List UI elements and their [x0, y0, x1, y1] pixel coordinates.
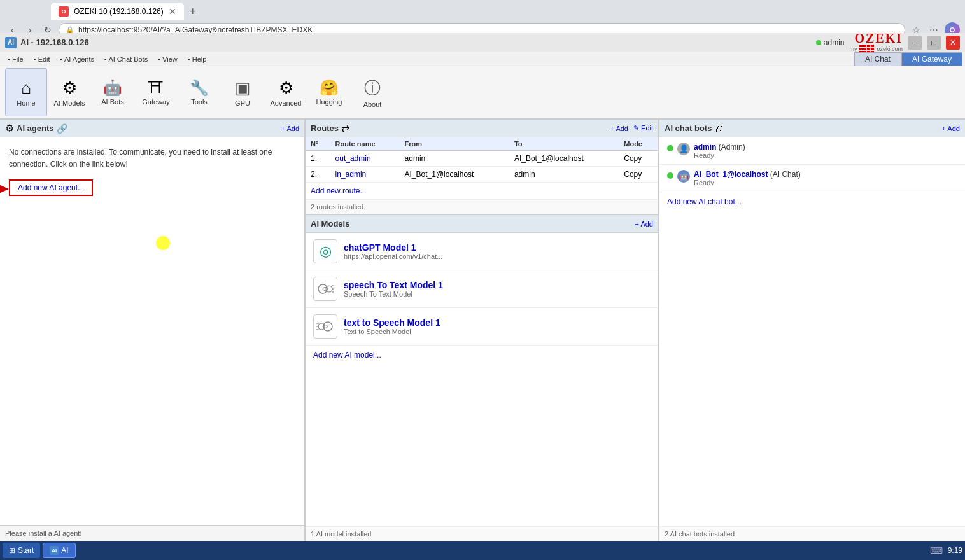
taskbar-ai-item[interactable]: AI AI [43, 543, 75, 558]
taskbar-right: ⌨ 9:19 [930, 545, 962, 556]
bot-item-ai-bot: 🤖 AI_Bot_1@localhost (AI Chat) Ready [659, 165, 965, 192]
add-label: Add [286, 125, 299, 132]
admin-bot-info: admin (Admin) Ready [694, 143, 745, 159]
col-to: To [509, 137, 619, 151]
toolbar-home-label: Home [17, 99, 35, 107]
ai-models-section: AI Models + Add ◎ chatGPT Model 1 https:… [306, 215, 658, 541]
route-1-name[interactable]: out_admin [330, 151, 400, 167]
route-1-from: admin [400, 151, 509, 167]
tools-icon: 🔧 [190, 79, 209, 97]
toolbar-about-label: About [363, 101, 382, 108]
model-item-tts[interactable]: text to Speech Model 1 Text to Speech Mo… [306, 308, 658, 346]
taskbar-time: 9:19 [948, 546, 962, 555]
toolbar-btn-home[interactable]: ⌂ Home [5, 68, 47, 116]
app-window: AI AI - 192.168.0.126 admin OZEKI my oze… [0, 33, 965, 541]
ai-models-footer-text: 1 AI model installed [311, 530, 371, 538]
ozeki-text: OZEKI [854, 32, 903, 45]
close-btn[interactable]: ✕ [946, 36, 960, 50]
col-mode: Mode [619, 137, 658, 151]
ai-models-list: ◎ chatGPT Model 1 https://api.openai.com… [306, 233, 658, 526]
toolbar-hugging-label: Hugging [316, 98, 342, 106]
about-icon: ⓘ [364, 77, 381, 99]
model-item-chatgpt[interactable]: ◎ chatGPT Model 1 https://api.openai.com… [306, 233, 658, 270]
ai-models-header: AI Models + Add [306, 215, 658, 233]
maximize-btn[interactable]: □ [927, 36, 941, 50]
toolbar-btn-tools[interactable]: 🔧 Tools [178, 68, 220, 116]
model-chatgpt-name[interactable]: chatGPT Model 1 [344, 242, 442, 253]
ozeki-logo-area: OZEKI my ozeki.com [849, 32, 903, 53]
model-chatgpt-info: chatGPT Model 1 https://api.openai.com/v… [344, 242, 442, 260]
start-btn[interactable]: ⊞ Start [3, 543, 40, 558]
routes-footer-text: 2 routes installed. [311, 203, 365, 211]
admin-bot-name-link[interactable]: admin [694, 143, 716, 151]
add-new-model-link[interactable]: Add new AI model... [306, 346, 658, 365]
tab-favicon: O [59, 6, 69, 17]
tab-ai-gateway[interactable]: AI Gateway [901, 52, 962, 66]
admin-bot-name-row: admin (Admin) [694, 143, 745, 151]
routes-add-btn[interactable]: + Add [610, 125, 628, 132]
col-route-name: Route name [330, 137, 400, 151]
left-panel-title: AI agents [17, 123, 54, 133]
model-tts-name[interactable]: text to Speech Model 1 [344, 318, 440, 328]
minimize-btn[interactable]: ─ [908, 36, 922, 50]
route-2-name[interactable]: in_admin [330, 167, 400, 183]
right-panel-title: AI chat bots [665, 123, 712, 133]
footer-msg: Please install a AI agent! [5, 529, 81, 537]
menu-item-ai-agents[interactable]: ▪ AI Agents [55, 54, 99, 64]
svg-marker-0 [0, 176, 9, 202]
toolbar-btn-ai-models[interactable]: ⚙ AI Models [48, 68, 90, 116]
toolbar-btn-gateway[interactable]: ⛩ Gateway [135, 68, 177, 116]
toolbar-btn-ai-bots[interactable]: 🤖 AI Bots [92, 68, 134, 116]
toolbar-btn-advanced[interactable]: ⚙ Advanced [265, 68, 307, 116]
toolbar-btn-about[interactable]: ⓘ About [351, 68, 393, 116]
right-panel-header: AI chat bots 🖨 + Add [659, 120, 965, 137]
routes-header: Routes ⇄ + Add ✎ Edit [306, 120, 658, 137]
speech-icon [313, 277, 337, 301]
ai-models-footer: 1 AI model installed [306, 526, 658, 541]
left-panel-add-btn[interactable]: + Add [281, 125, 299, 132]
right-panel-add-btn[interactable]: + Add [942, 125, 960, 132]
ai-bots-icon: 🤖 [103, 79, 122, 97]
toolbar-btn-gpu[interactable]: ▣ GPU [222, 68, 264, 116]
menu-item-edit[interactable]: ▪ Edit [29, 54, 55, 64]
menu-item-view[interactable]: ▪ View [153, 54, 183, 64]
toolbar-btn-hugging[interactable]: 🤗 Hugging [308, 68, 350, 116]
add-new-bot-link[interactable]: Add new AI chat bot... [659, 192, 965, 211]
add-new-route-link[interactable]: Add new route... [311, 186, 366, 195]
add-agent-btn[interactable]: Add new AI agent... [9, 179, 93, 196]
start-icon: ⊞ [9, 546, 15, 555]
left-panel-content: No connections are installed. To communi… [0, 137, 304, 525]
home-icon: ⌂ [21, 78, 31, 98]
admin-bot-detail: (Admin) [719, 143, 745, 151]
middle-panel: Routes ⇄ + Add ✎ Edit Nº Route name Fr [306, 120, 659, 541]
ai-bot-name-link[interactable]: AI_Bot_1@localhost [694, 170, 768, 179]
chatgpt-icon: ◎ [313, 239, 337, 263]
menu-item-file[interactable]: ▪ File [3, 54, 29, 64]
ai-models-add-btn[interactable]: + Add [635, 220, 653, 228]
routes-edit-icon: ✎ [633, 124, 639, 132]
tab-close-btn[interactable]: ✕ [169, 6, 176, 17]
agents-extra-icon: 🔗 [57, 123, 67, 134]
main-content: ⚙ AI agents 🔗 + Add No connections are i… [0, 120, 965, 541]
table-row: 2. in_admin AI_Bot_1@localhost admin Cop… [306, 167, 658, 183]
left-panel: ⚙ AI agents 🔗 + Add No connections are i… [0, 120, 306, 541]
ai-bot-detail: (AI Chat) [770, 170, 801, 179]
keyboard-icon: ⌨ [930, 545, 943, 556]
left-panel-header: ⚙ AI agents 🔗 + Add [0, 120, 304, 137]
active-tab[interactable]: O OZEKI 10 (192.168.0.126) ✕ [51, 3, 184, 20]
tab-ai-chat[interactable]: AI Chat [854, 52, 901, 66]
route-2-num: 2. [306, 167, 330, 183]
model-speech-name[interactable]: speech To Text Model 1 [344, 280, 443, 290]
route-1-to: AI_Bot_1@localhost [509, 151, 619, 167]
menu-item-ai-chat-bots[interactable]: ▪ AI Chat Bots [99, 54, 153, 64]
admin-label: admin [824, 38, 845, 47]
col-from: From [400, 137, 509, 151]
menu-item-help[interactable]: ▪ Help [183, 54, 212, 64]
new-tab-btn[interactable]: + [184, 3, 202, 20]
browser-chrome: O OZEKI 10 (192.168.0.126) ✕ + ‹ › ↻ 🔒 h… [0, 0, 965, 33]
toolbar-tools-label: Tools [191, 98, 208, 106]
routes-edit-btn[interactable]: ✎ Edit [633, 124, 653, 132]
model-item-speech[interactable]: speech To Text Model 1 Speech To Text Mo… [306, 270, 658, 308]
route-1-num: 1. [306, 151, 330, 167]
model-speech-info: speech To Text Model 1 Speech To Text Mo… [344, 280, 443, 298]
